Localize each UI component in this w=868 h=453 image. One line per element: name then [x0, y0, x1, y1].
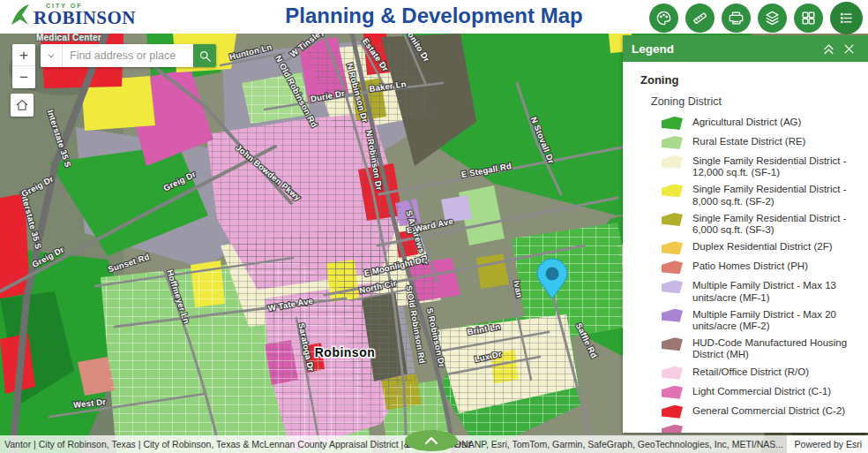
legend-item-label: Agricultural District (AG) — [692, 117, 801, 128]
app-header: CITY OF ROBINSON Planning & Development … — [0, 0, 868, 34]
legend-item-label: Retail/Office District (R/O) — [692, 366, 809, 378]
legend-swatch — [662, 117, 683, 130]
layers-icon — [764, 10, 781, 26]
legend-collapse-button[interactable] — [819, 41, 839, 57]
legend-item: Single Family Residential District - 12,… — [662, 155, 857, 178]
search-input[interactable] — [63, 44, 193, 67]
legend-swatch — [662, 280, 683, 293]
legend-swatch — [662, 386, 683, 399]
legend-panel: Legend Zoning Zoning District Agricultur… — [623, 35, 868, 433]
legend-item: Patio Homes District (PH) — [662, 260, 857, 275]
legend-swatch — [662, 155, 683, 169]
legend-button[interactable] — [830, 2, 863, 34]
legend-swatch — [662, 213, 683, 226]
list-icon — [838, 10, 855, 26]
legend-item: Retail/Office District (R/O) — [662, 366, 857, 381]
legend-group-title: Zoning — [640, 73, 857, 87]
attribution-right: & Wildlife, CONANP, Esri, TomTom, Garmin… — [404, 439, 783, 449]
legend-swatch — [662, 184, 683, 197]
legend-item: Multiple Family District - Max 13 units/… — [662, 280, 857, 303]
basemap-gallery-button[interactable] — [794, 4, 823, 33]
legend-item-label: Patio Homes District (PH) — [692, 260, 808, 272]
city-label: Robinson — [315, 345, 376, 359]
legend-swatch — [662, 136, 683, 149]
attribution-expand-button[interactable] — [405, 430, 458, 451]
legend-item-label: Light Commercial District (C-1) — [692, 386, 831, 397]
legend-close-button[interactable] — [839, 41, 859, 57]
legend-item — [662, 425, 857, 433]
legend-item: Rural Estate District (RE) — [662, 136, 857, 150]
legend-swatch — [662, 366, 683, 380]
legend-swatch — [662, 241, 683, 254]
measure-button[interactable] — [685, 4, 715, 33]
print-button[interactable] — [722, 4, 751, 33]
palette-icon — [655, 10, 672, 26]
legend-title: Legend — [632, 42, 819, 56]
legend-item-label: Single Family Residential District - 12,… — [692, 155, 857, 178]
city-logo: CITY OF ROBINSON — [9, 2, 136, 28]
search-icon — [198, 49, 212, 63]
page-title: Planning & Development Map — [285, 4, 582, 28]
double-chevron-up-icon — [822, 42, 835, 56]
street-label: Medical Center — [36, 34, 101, 42]
legend-item: Light Commercial District (C-1) — [662, 386, 857, 400]
legend-item-label: Single Family Residential District - 8,0… — [692, 184, 857, 207]
zoom-in-button[interactable]: + — [12, 44, 35, 66]
legend-item-label: Single Family Residential District - 6,0… — [692, 213, 857, 236]
legend-header: Legend — [623, 35, 868, 62]
legend-item: General Commercial District (C-2) — [662, 405, 857, 419]
printer-icon — [728, 10, 745, 26]
chevron-down-icon — [46, 50, 56, 61]
legend-item-label: HUD-Code Manufactured Housing District (… — [692, 337, 857, 360]
legend-item: Multiple Family District - Max 20 units/… — [662, 309, 857, 332]
attribution-left: Vantor | City of Robinson, Texas | City … — [0, 439, 471, 449]
layers-button[interactable] — [758, 4, 787, 33]
zoom-out-button[interactable]: − — [12, 66, 35, 88]
zoom-controls: + − — [12, 44, 35, 88]
legend-item-label: Rural Estate District (RE) — [692, 136, 805, 147]
powered-by-esri: Powered by Esri — [787, 435, 868, 453]
legend-layer-title: Zoning District — [651, 95, 857, 108]
legend-body: Zoning Zoning District Agricultural Dist… — [623, 62, 868, 433]
legend-swatch — [662, 405, 683, 419]
legend-swatch — [662, 425, 683, 433]
ruler-icon — [692, 10, 708, 26]
legend-item: Agricultural District (AG) — [662, 117, 857, 131]
grid-icon — [800, 10, 817, 26]
chevron-up-icon — [424, 436, 438, 445]
draw-button[interactable] — [649, 4, 678, 33]
search-source-dropdown[interactable] — [41, 44, 63, 67]
legend-item: Duplex Residential District (2F) — [662, 241, 857, 255]
search-widget — [41, 44, 216, 67]
legend-swatch — [662, 309, 683, 322]
map-toolbar — [649, 2, 863, 34]
close-icon — [842, 42, 856, 56]
legend-item-label: Duplex Residential District (2F) — [692, 241, 833, 253]
legend-item-label: Multiple Family District - Max 13 units/… — [692, 280, 857, 303]
legend-item-label: General Commercial District (C-2) — [692, 405, 845, 417]
legend-item: HUD-Code Manufactured Housing District (… — [662, 337, 857, 360]
search-button[interactable] — [193, 44, 216, 67]
legend-item: Single Family Residential District - 8,0… — [662, 184, 857, 207]
logo-robinson: ROBINSON — [34, 9, 136, 27]
legend-swatch — [662, 337, 683, 351]
legend-swatch — [662, 260, 683, 274]
home-icon — [15, 98, 29, 112]
legend-item-label: Multiple Family District - Max 20 units/… — [692, 309, 857, 332]
logo-leaf-icon — [9, 2, 32, 28]
legend-item: Single Family Residential District - 6,0… — [662, 213, 857, 236]
home-button[interactable] — [11, 94, 34, 117]
